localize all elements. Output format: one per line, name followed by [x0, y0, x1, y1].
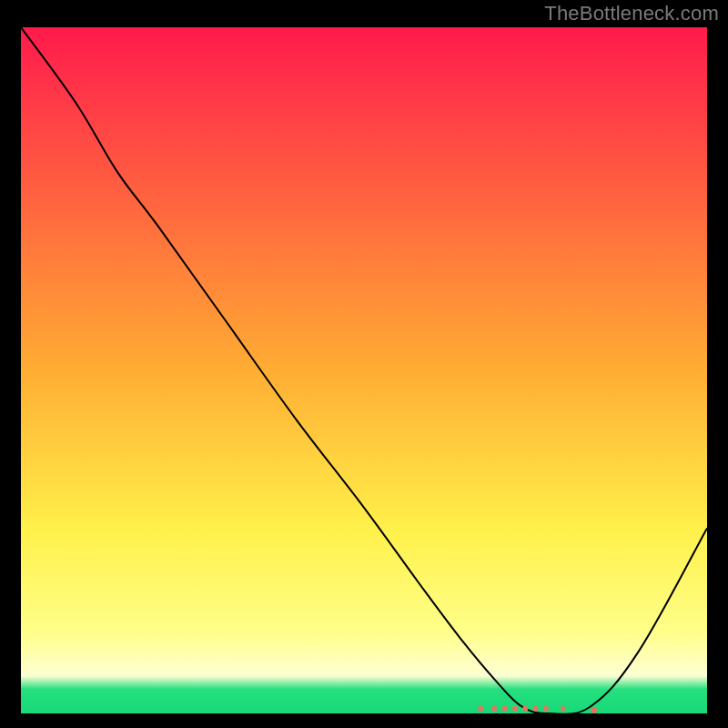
optimal-marker: [491, 706, 497, 712]
optimal-marker: [561, 706, 565, 711]
optimal-marker: [543, 706, 549, 712]
optimal-marker: [591, 707, 597, 713]
bottleneck-chart: [21, 27, 707, 713]
optimal-marker: [512, 706, 518, 712]
chart-background-gradient: [21, 27, 707, 713]
optimal-marker: [532, 706, 538, 712]
watermark-text: TheBottleneck.com: [544, 2, 719, 25]
optimal-marker: [522, 706, 528, 712]
optimal-marker: [502, 706, 508, 712]
optimal-marker: [478, 706, 483, 712]
